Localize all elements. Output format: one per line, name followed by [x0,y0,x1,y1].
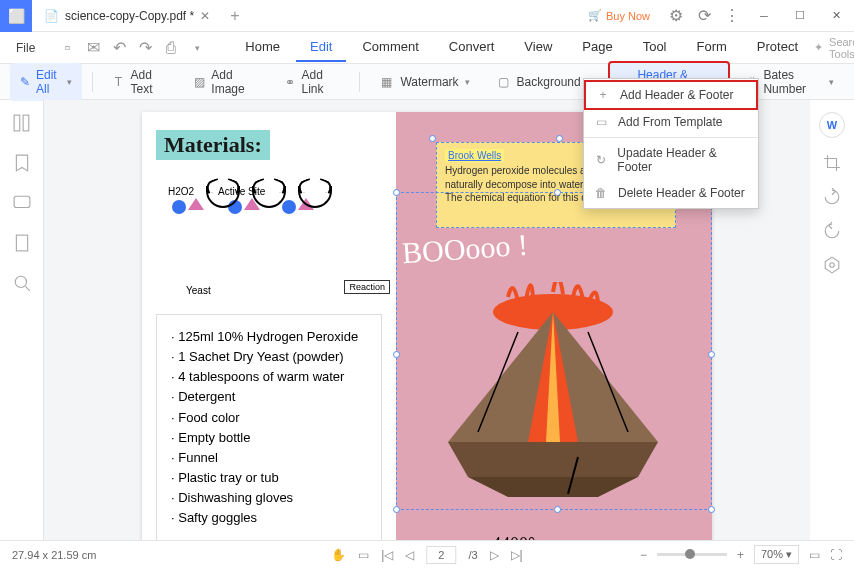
svg-marker-8 [468,477,638,497]
close-tab-icon[interactable]: ✕ [200,9,210,23]
add-from-template-item[interactable]: ▭ Add From Template [584,109,758,135]
gift-icon[interactable]: ⚙ [666,6,686,26]
zoom-in-button[interactable]: + [737,548,744,562]
text-icon: T [113,74,125,89]
tab-edit[interactable]: Edit [296,33,346,62]
svg-rect-3 [16,235,27,251]
wand-icon: ✦ [814,41,823,54]
redo-icon[interactable]: ↷ [135,38,155,58]
pdf-icon: 📄 [44,9,59,23]
word-badge-icon[interactable]: W [819,112,845,138]
svg-rect-2 [14,196,30,207]
page-input[interactable]: 2 [426,546,456,564]
rotate-left-icon[interactable] [823,222,841,240]
select-tool-icon[interactable]: ▭ [358,548,369,562]
svg-rect-0 [14,115,20,131]
buy-now-link[interactable]: 🛒 Buy Now [588,9,650,22]
search-icon[interactable] [13,274,31,292]
next-page-button[interactable]: ▷ [490,548,499,562]
maximize-button[interactable]: ☐ [786,2,814,30]
svg-point-11 [830,263,835,268]
edit-icon: ✎ [20,75,30,89]
tab-form[interactable]: Form [683,33,741,62]
tab-filename: science-copy-Copy.pdf * [65,9,194,23]
tab-view[interactable]: View [510,33,566,62]
tab-home[interactable]: Home [231,33,294,62]
plus-icon: + [596,88,610,102]
bookmarks-icon[interactable] [13,154,31,172]
mail-icon[interactable]: ✉ [83,38,103,58]
minimize-button[interactable]: ─ [750,2,778,30]
page-dimensions: 27.94 x 21.59 cm [12,549,96,561]
fullscreen-icon[interactable]: ⛶ [830,548,842,562]
add-image-button[interactable]: ▨ Add Image [183,63,267,101]
add-link-button[interactable]: ⚭ Add Link [274,63,349,101]
settings-icon[interactable] [823,256,841,274]
zoom-slider[interactable] [657,553,727,556]
search-tools[interactable]: ✦ Search Tools [814,36,854,60]
hand-tool-icon[interactable]: ✋ [331,548,346,562]
close-window-button[interactable]: ✕ [822,2,850,30]
delete-header-footer-item[interactable]: 🗑 Delete Header & Footer [584,180,758,206]
first-page-button[interactable]: |◁ [381,548,393,562]
new-tab-button[interactable]: + [222,7,247,25]
zoom-select[interactable]: 70% ▾ [754,545,799,564]
crop-icon[interactable] [823,154,841,172]
fit-width-icon[interactable]: ▭ [809,548,820,562]
rotate-right-icon[interactable] [823,188,841,206]
tab-convert[interactable]: Convert [435,33,509,62]
comments-icon[interactable] [13,194,31,212]
last-page-button[interactable]: ▷| [511,548,523,562]
save-icon[interactable]: ▫ [57,38,77,58]
more-icon[interactable]: ⋮ [722,6,742,26]
add-text-button[interactable]: T Add Text [103,63,178,101]
attachments-icon[interactable] [13,234,31,252]
zoom-out-button[interactable]: − [640,548,647,562]
refresh-icon: ↻ [594,153,607,167]
cart-icon: 🛒 [588,9,602,22]
document-tab[interactable]: 📄 science-copy-Copy.pdf * ✕ [32,2,222,30]
tab-protect[interactable]: Protect [743,33,812,62]
edit-all-button[interactable]: ✎ Edit All ▾ [10,63,82,101]
background-icon: ▢ [496,74,511,89]
prev-page-button[interactable]: ◁ [405,548,414,562]
thumbnails-icon[interactable] [13,114,31,132]
svg-marker-7 [448,442,658,477]
watermark-icon: ▦ [379,74,394,89]
header-footer-dropdown: + Add Header & Footer ▭ Add From Templat… [583,78,759,209]
svg-marker-10 [825,257,839,273]
volcano-illustration [418,282,688,502]
svg-point-4 [15,276,26,287]
tab-page[interactable]: Page [568,33,626,62]
svg-rect-1 [23,115,29,131]
yeast-diagram: H2O2 Active Site Yeast Reaction [156,186,382,286]
template-icon: ▭ [594,115,608,129]
page-total: /3 [468,549,477,561]
update-header-footer-item[interactable]: ↻ Upadate Header & Footer [584,140,758,180]
tab-comment[interactable]: Comment [348,33,432,62]
watermark-button[interactable]: ▦ Watermark ▾ [369,69,479,94]
ingredients-list: · 125ml 10% Hydrogen Peroxide · 1 Sachet… [156,314,382,541]
app-logo-icon: ⬜ [0,0,32,32]
file-menu[interactable]: File [6,37,45,59]
tab-tool[interactable]: Tool [629,33,681,62]
print-icon[interactable]: ⎙ [161,38,181,58]
share-icon[interactable]: ⟳ [694,6,714,26]
materials-heading: Materials: [156,130,270,160]
trash-icon: 🗑 [594,186,608,200]
image-icon: ▨ [193,74,205,89]
link-icon: ⚭ [284,74,296,89]
add-header-footer-item[interactable]: + Add Header & Footer [584,80,758,110]
undo-icon[interactable]: ↶ [109,38,129,58]
